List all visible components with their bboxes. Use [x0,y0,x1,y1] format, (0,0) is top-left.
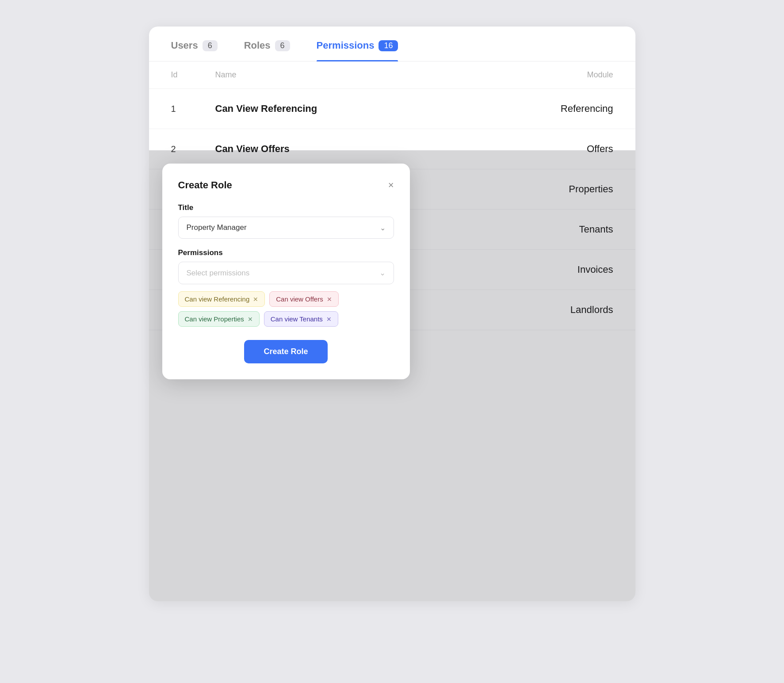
permissions-section: Permissions Select permissions ⌄ Can vie… [178,248,394,327]
title-select-value: Property Manager [187,223,247,232]
modal-close-button[interactable]: × [388,180,394,190]
table-row: 1 Can View Referencing Referencing [149,89,635,129]
tab-permissions-badge: 16 [379,40,398,51]
tab-permissions-label: Permissions [317,40,375,51]
tags-container: Can view Referencing ✕ Can view Offers ✕… [178,291,394,327]
col-name: Name [215,70,481,80]
col-module: Module [481,70,613,80]
permissions-placeholder: Select permissions [187,269,250,278]
tab-roles-badge: 6 [275,40,290,51]
modal-footer: Create Role [178,340,394,363]
tag-tenants-label: Can view Tenants [271,315,323,323]
tab-users-badge: 6 [203,40,218,51]
tag-tenants: Can view Tenants ✕ [264,311,338,327]
modal-title: Create Role [178,179,232,191]
tab-roles-label: Roles [244,40,271,51]
create-role-button[interactable]: Create Role [244,340,327,363]
permissions-select[interactable]: Select permissions ⌄ [178,262,394,284]
tag-offers-remove[interactable]: ✕ [327,296,332,303]
tab-users[interactable]: Users 6 [171,40,218,61]
modal-header: Create Role × [178,179,394,191]
tag-referencing: Can view Referencing ✕ [178,291,265,307]
create-role-modal: Create Role × Title Property Manager ⌄ P… [162,164,410,379]
tag-referencing-remove[interactable]: ✕ [253,296,258,303]
tag-properties-remove[interactable]: ✕ [248,316,253,323]
tab-roles[interactable]: Roles 6 [244,40,290,61]
permissions-field-label: Permissions [178,248,394,257]
title-select[interactable]: Property Manager ⌄ [178,217,394,239]
tag-properties: Can view Properties ✕ [178,311,260,327]
tag-referencing-label: Can view Referencing [185,295,250,303]
chevron-down-icon: ⌄ [379,268,386,278]
chevron-down-icon: ⌄ [380,224,386,232]
tag-properties-label: Can view Properties [185,315,244,323]
tab-users-label: Users [171,40,198,51]
tag-offers: Can view Offers ✕ [269,291,338,307]
tabs-row: Users 6 Roles 6 Permissions 16 [149,27,635,61]
tab-permissions[interactable]: Permissions 16 [317,40,398,61]
main-card: Users 6 Roles 6 Permissions 16 Id Name M… [149,27,635,601]
col-id: Id [171,70,215,80]
tag-tenants-remove[interactable]: ✕ [326,316,332,323]
table-header: Id Name Module [149,61,635,89]
tag-offers-label: Can view Offers [276,295,323,303]
title-field-label: Title [178,203,394,212]
